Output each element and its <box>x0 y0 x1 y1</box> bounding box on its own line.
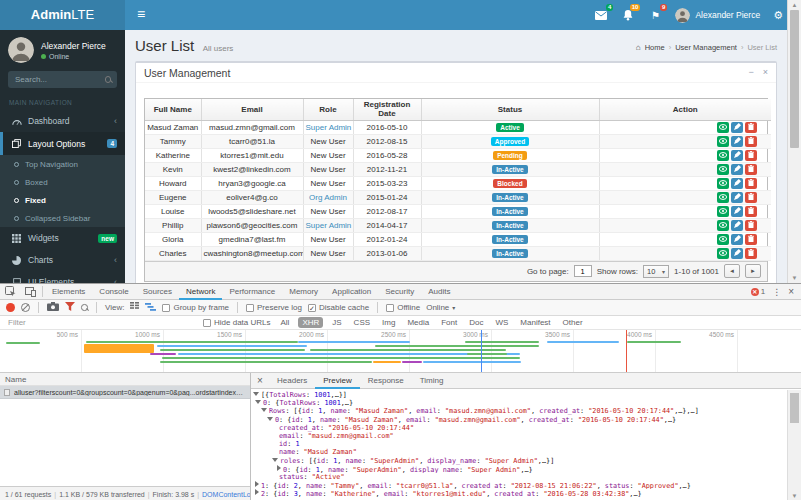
delete-button[interactable] <box>745 220 757 231</box>
delete-button[interactable] <box>745 136 757 147</box>
view-grid-icon[interactable] <box>130 302 139 313</box>
table-row[interactable]: Kevin kwest2@linkedin.com New User 2012-… <box>145 162 771 176</box>
edit-button[interactable] <box>731 192 743 203</box>
view-button[interactable] <box>717 248 729 259</box>
column-header[interactable]: Action <box>599 99 771 120</box>
sidebar-item-ui-elements[interactable]: UI Elements ‹ <box>0 271 125 283</box>
edit-button[interactable] <box>731 178 743 189</box>
submenu-item-boxed[interactable]: Boxed <box>0 173 125 191</box>
view-button[interactable] <box>717 234 729 245</box>
delete-button[interactable] <box>745 150 757 161</box>
app-logo[interactable]: AdminLTE <box>0 0 125 30</box>
inspect-element-icon[interactable] <box>0 284 20 300</box>
edit-button[interactable] <box>731 206 743 217</box>
request-row-selected[interactable]: alluser?filterscount=0&groupscount=0&pag… <box>0 386 250 399</box>
table-row[interactable]: Eugene eoliver4@g.co Org Admin 2015-01-2… <box>145 190 771 204</box>
json-tree-line[interactable]: 1: {id: 2, name: "Tammy", email: "tcarr0… <box>251 481 787 489</box>
sidebar-item-charts[interactable]: Charts ‹ <box>0 249 125 271</box>
json-tree-line[interactable]: id: 1 <box>251 440 787 448</box>
edit-button[interactable] <box>731 220 743 231</box>
json-tree-line[interactable]: 2: {id: 3, name: "Katherine", email: "kt… <box>251 489 787 497</box>
collapsed-arrow-icon[interactable] <box>255 489 259 495</box>
search-icon[interactable] <box>81 304 88 311</box>
table-row[interactable]: Phillip plawson6@geocities.com Super Adm… <box>145 218 771 232</box>
filter-type-img[interactable]: Img <box>379 318 398 327</box>
messages-icon[interactable]: 4 <box>594 8 608 22</box>
throttling-select[interactable]: Online▾ <box>426 303 455 312</box>
table-row[interactable]: Katherine ktorres1@mit.edu New User 2016… <box>145 148 771 162</box>
view-button[interactable] <box>717 206 729 217</box>
sidebar-item-dashboard[interactable]: Dashboard ‹ <box>0 110 125 132</box>
edit-button[interactable] <box>731 164 743 175</box>
view-button[interactable] <box>717 178 729 189</box>
scrollbar-thumb[interactable] <box>790 393 799 423</box>
next-page-button[interactable]: ► <box>745 264 761 278</box>
filter-type-ws[interactable]: WS <box>492 318 511 327</box>
devtools-tab-elements[interactable]: Elements <box>45 284 92 300</box>
scroll-down-icon[interactable]: ▼ <box>788 273 801 283</box>
edit-button[interactable] <box>731 150 743 161</box>
role-link[interactable]: Org Admin <box>309 193 347 202</box>
filter-type-doc[interactable]: Doc <box>466 318 486 327</box>
devtools-tab-security[interactable]: Security <box>378 284 421 300</box>
hide-data-urls-checkbox[interactable]: Hide data URLs <box>203 318 270 327</box>
submenu-item-fixed[interactable]: Fixed <box>0 191 125 209</box>
json-tree-line[interactable]: 0: {id: 1, name: "SuperAdmin", display_n… <box>251 465 787 473</box>
filter-input[interactable] <box>6 317 196 328</box>
expanded-arrow-icon[interactable] <box>272 458 278 462</box>
column-header[interactable]: Role <box>303 99 353 120</box>
edit-button[interactable] <box>731 122 743 133</box>
expanded-arrow-icon[interactable] <box>255 400 261 404</box>
error-count-badge[interactable]: ✕1 <box>751 287 765 296</box>
sidebar-user-status[interactable]: Online <box>41 53 106 60</box>
view-button[interactable] <box>717 136 729 147</box>
column-header[interactable]: Full Name <box>145 99 201 120</box>
page-scrollbar[interactable]: ▲ ▼ <box>787 0 801 283</box>
column-header[interactable]: Email <box>201 99 303 120</box>
notifications-icon[interactable]: 10 <box>621 8 635 22</box>
gear-icon[interactable]: ⚙ <box>773 9 783 22</box>
device-toolbar-icon[interactable] <box>20 284 40 300</box>
filter-type-manifest[interactable]: Manifest <box>517 318 553 327</box>
json-tree-line[interactable]: Rows: [{id: 1, name: "Masud Zaman", emai… <box>251 407 787 415</box>
filter-type-media[interactable]: Media <box>404 318 432 327</box>
sidebar-item-layout-options[interactable]: Layout Options 4 <box>0 132 125 155</box>
page-number-input[interactable] <box>574 265 592 277</box>
filter-type-other[interactable]: Other <box>560 318 586 327</box>
delete-button[interactable] <box>745 192 757 203</box>
search-submit-button[interactable] <box>99 71 117 88</box>
screenshots-icon[interactable] <box>47 302 59 313</box>
preserve-log-checkbox[interactable]: Preserve log <box>246 303 302 312</box>
view-button[interactable] <box>717 164 729 175</box>
offline-checkbox[interactable]: Offline <box>386 303 420 312</box>
json-tree-line[interactable]: created_at: "2016-05-10 20:17:44" <box>251 424 787 432</box>
disable-cache-checkbox[interactable]: ✓Disable cache <box>308 303 369 312</box>
expanded-arrow-icon[interactable] <box>253 392 259 396</box>
edit-button[interactable] <box>731 234 743 245</box>
collapsed-arrow-icon[interactable] <box>255 481 259 487</box>
scrollbar-thumb[interactable] <box>790 10 799 148</box>
filter-type-js[interactable]: JS <box>329 318 344 327</box>
filter-type-css[interactable]: CSS <box>351 318 373 327</box>
filter-type-all[interactable]: All <box>277 318 292 327</box>
sidebar-toggle-icon[interactable]: ≡ <box>125 0 157 30</box>
json-tree-line[interactable]: [{TotalRows: 1001,…}] <box>251 391 787 399</box>
role-link[interactable]: Super Admin <box>306 123 352 132</box>
close-icon[interactable]: × <box>763 68 768 77</box>
collapsed-arrow-icon[interactable] <box>277 465 281 471</box>
prev-page-button[interactable]: ◄ <box>724 264 740 278</box>
detail-scrollbar[interactable]: ▼ <box>787 390 801 500</box>
delete-button[interactable] <box>745 234 757 245</box>
breadcrumb-home[interactable]: Home <box>645 43 665 52</box>
breadcrumb-user-management[interactable]: User Management <box>675 43 737 52</box>
table-row[interactable]: Howard hryan3@google.ca New User 2015-03… <box>145 176 771 190</box>
search-input[interactable] <box>8 75 99 84</box>
delete-button[interactable] <box>745 206 757 217</box>
delete-button[interactable] <box>745 164 757 175</box>
table-row[interactable]: Gloria gmedina7@last.fm New User 2012-01… <box>145 232 771 246</box>
role-link[interactable]: Super Admin <box>306 221 352 230</box>
filter-funnel-icon[interactable] <box>65 302 75 313</box>
scroll-up-icon[interactable]: ▲ <box>788 0 801 10</box>
json-tree-line[interactable]: roles: [{id: 1, name: "SuperAdmin", disp… <box>251 457 787 465</box>
record-button[interactable] <box>6 303 15 312</box>
